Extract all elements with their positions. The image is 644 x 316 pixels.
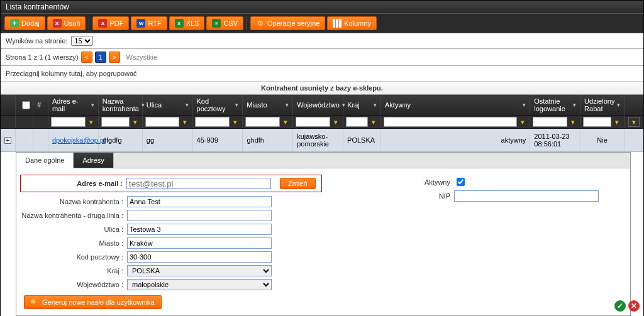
filter-kraj[interactable] [346,117,368,127]
cell-woj: kujawsko-pomorskie [293,129,343,151]
cell-email[interactable]: dpokojska@op.pl [52,136,106,144]
col-kraj[interactable]: Kraj▾ [343,95,381,115]
col-rabat[interactable]: Udzielony Rabat▾ [580,95,625,115]
filter-icon[interactable]: ▾ [613,117,621,127]
col-lastlog[interactable]: Ostatnie logowanie▾ [530,95,580,115]
table-row[interactable]: + dpokojska@op.pl dfgdfg gg 45-909 ghdfh… [1,129,643,152]
ok-button[interactable]: ✓ [614,300,626,312]
window: Lista kontrahentów + Dodaj × Usuń A PDF … [0,0,644,316]
columns-button[interactable]: Kolumny [327,16,377,30]
cell-city: ghdfh [243,129,293,151]
sort-icon: ▾ [142,102,145,108]
delete-label: Usuń [64,19,80,27]
filter-active[interactable] [384,117,517,127]
kraj-select[interactable]: POLSKA [127,265,272,276]
filter-woj[interactable] [296,117,330,127]
x-icon: × [53,19,62,28]
active-checkbox[interactable] [457,178,465,186]
filter-icon[interactable]: ▾ [87,117,96,127]
xls-icon: X [175,19,184,28]
filter-icon[interactable]: ▾ [569,117,577,127]
delete-button[interactable]: × Usuń [47,16,86,30]
col-street[interactable]: Ulica▾ [143,95,193,115]
kraj-label: Kraj : [20,267,127,275]
filter-dropdown-icon[interactable]: ▾ [628,117,640,127]
filter-rabat[interactable] [583,117,611,127]
name2-field[interactable] [127,210,272,221]
group-drop-area[interactable]: Przeciągnij kolumny tutaj, aby pogrupowa… [1,66,643,81]
per-page-bar: Wyników na stronie: 15 [1,33,643,49]
name2-label: Nazwa kontrahenta - druga linia : [20,212,127,219]
city-field[interactable] [127,237,272,249]
generate-password-button[interactable]: Generuj nowe hasło dla użytkownika [24,295,162,309]
zip-field[interactable] [127,251,272,263]
col-woj[interactable]: Województwo▾ [293,95,343,115]
sort-icon: ▾ [617,102,620,108]
filter-icon[interactable]: ▾ [518,117,527,127]
filter-icon[interactable]: ▾ [331,117,340,127]
form-general: Adres e-mail : Zmień Nazwa kontrahenta :… [16,168,630,315]
xls-button[interactable]: X XLS [169,16,205,30]
col-email[interactable]: Adres e-mail▾ [48,95,99,115]
filter-icon[interactable]: ▾ [131,117,140,127]
pdf-label: PDF [109,19,123,27]
columns-label: Kolumny [344,19,371,27]
filter-icon[interactable]: ▾ [281,117,290,127]
col-check[interactable] [16,95,33,115]
pdf-button[interactable]: A PDF [92,16,129,30]
sort-icon: ▾ [186,102,189,108]
nip-label: NIP [416,192,454,200]
woj-select[interactable]: małopolskie [127,279,272,290]
filter-icon[interactable]: ▾ [369,117,378,127]
page-1-button[interactable]: 1 [95,52,106,63]
filter-zip[interactable] [195,117,230,127]
add-label: Dodaj [21,19,40,27]
col-zip[interactable]: Kod pocztowy▾ [193,95,243,115]
nip-field[interactable] [454,190,599,202]
cell-active: aktywny [381,129,530,151]
tab-addresses[interactable]: Adresy [74,153,113,168]
cell-street: gg [143,129,193,151]
col-menu [625,95,643,115]
page-next-button[interactable]: > [109,52,120,63]
cancel-button[interactable]: ✕ [628,300,640,312]
grid-filter-row: ▾ ▾ ▾ ▾ ▾ ▾ ▾ ▾ ▾ ▾ ▾ [1,116,643,129]
filter-name[interactable] [101,117,130,127]
active-label: Aktywny [416,178,454,186]
rtf-button[interactable]: W RTF [131,16,167,30]
filter-street[interactable] [145,117,180,127]
email-field[interactable] [126,178,271,189]
footer-buttons: ✓ ✕ [614,300,640,312]
col-city[interactable]: Miasto▾ [243,95,293,115]
filter-icon[interactable]: ▾ [180,117,189,127]
per-page-select[interactable]: 15 [71,36,93,46]
page-all-link[interactable]: Wszystkie [126,53,158,61]
series-ops-button[interactable]: ⚙ Operacje seryjne [250,16,325,30]
tab-general[interactable]: Dane ogólne [16,153,74,168]
col-expand [1,95,16,115]
page-prev-button[interactable]: < [81,52,92,63]
expand-icon[interactable]: + [4,137,11,144]
cell-lastlog: 2011-03-23 08:56:01 [530,129,580,151]
filter-email[interactable] [51,117,86,127]
filter-icon[interactable]: ▾ [231,117,240,127]
street-field[interactable] [127,224,272,235]
col-active[interactable]: Aktywny▾ [381,95,530,115]
name-field[interactable] [127,196,272,207]
cell-name: dfgdfg [99,129,143,151]
change-email-button[interactable]: Zmień [280,178,316,189]
col-name[interactable]: Nazwa kontrahenta▾ [99,95,143,115]
select-all-checkbox[interactable] [22,101,30,109]
filter-city[interactable] [245,117,280,127]
sort-icon: ▾ [286,102,289,108]
sort-icon: ▾ [523,102,526,108]
tabs: Dane ogólne Adresy [16,153,630,168]
filter-lastlog[interactable] [533,117,567,127]
gear-icon: ⚙ [256,19,265,28]
rtf-label: RTF [148,19,161,27]
sort-icon: ▾ [342,102,345,108]
csv-button[interactable]: ≡ CSV [206,16,243,30]
col-num[interactable]: # [33,95,48,115]
sort-icon: ▾ [573,102,576,108]
add-button[interactable]: + Dodaj [4,16,45,30]
